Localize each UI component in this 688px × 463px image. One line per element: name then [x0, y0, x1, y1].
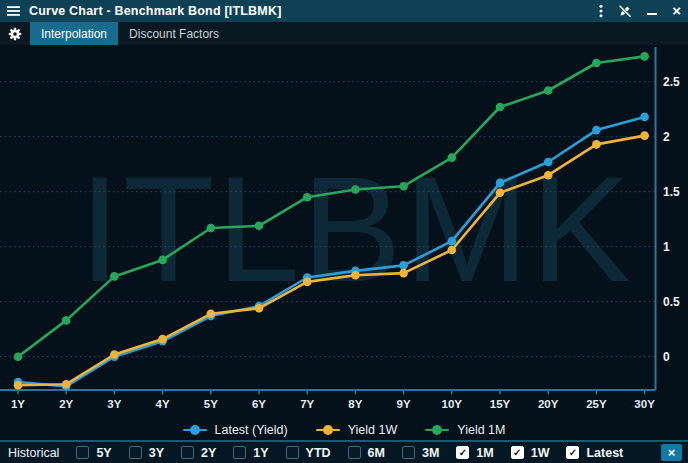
checkbox-unchecked-icon[interactable]: [286, 446, 299, 459]
data-point-yield-1m[interactable]: [303, 193, 312, 202]
window-title: Curve Chart - Benchmark Bond [ITLBMK]: [29, 4, 282, 18]
minimize-icon[interactable]: [647, 3, 657, 19]
data-point-yield-1w[interactable]: [399, 269, 408, 278]
minus-glyph: [647, 13, 657, 16]
data-point-latest-yield[interactable]: [544, 158, 553, 167]
checkbox-label: 1M: [476, 446, 493, 460]
pencil-slash-glyph: [618, 4, 632, 18]
checkbox-label: 6M: [368, 446, 385, 460]
checkbox-unchecked-icon[interactable]: [402, 446, 415, 459]
data-point-yield-1w[interactable]: [207, 310, 216, 319]
tab-discount-factors[interactable]: Discount Factors: [118, 22, 230, 45]
data-point-latest-yield[interactable]: [592, 126, 601, 135]
watermark-text: ITLBMK: [79, 145, 633, 313]
yield-curve-chart: ITLBMK00.511.522.51Y2Y3Y4Y5Y6Y7Y8Y9Y10Y1…: [0, 45, 688, 420]
close-panel-button[interactable]: ×: [661, 444, 682, 461]
legend-item[interactable]: Yield 1W: [316, 423, 398, 437]
data-point-yield-1m[interactable]: [496, 103, 505, 112]
y-axis-label: 0.5: [663, 295, 680, 309]
data-point-yield-1m[interactable]: [207, 224, 216, 233]
chart-legend: Latest (Yield)Yield 1WYield 1M: [0, 420, 688, 440]
data-point-yield-1w[interactable]: [303, 278, 312, 287]
gear-glyph: [8, 27, 22, 41]
x-axis-label: 2Y: [59, 398, 73, 410]
checkbox-label: Latest: [586, 446, 623, 460]
data-point-yield-1w[interactable]: [110, 350, 119, 359]
checkbox-checked-icon[interactable]: ✓: [566, 446, 579, 459]
checkbox-2y[interactable]: 2Y: [181, 446, 216, 460]
x-axis-label: 10Y: [442, 398, 463, 410]
legend-item[interactable]: Yield 1M: [425, 423, 505, 437]
checkbox-1w[interactable]: ✓1W: [511, 446, 550, 460]
checkbox-checked-icon[interactable]: ✓: [511, 446, 524, 459]
data-point-latest-yield[interactable]: [399, 261, 408, 270]
checkbox-label: 3Y: [149, 446, 164, 460]
x-axis-label: 9Y: [397, 398, 411, 410]
close-icon[interactable]: ×: [672, 3, 681, 19]
x-axis-label: 30Y: [634, 398, 655, 410]
x-axis-label: 5Y: [204, 398, 218, 410]
titlebar-actions: ×: [599, 3, 681, 19]
checkbox-label: 1Y: [253, 446, 268, 460]
y-axis-label: 2.5: [663, 75, 680, 89]
checkbox-6m[interactable]: 6M: [348, 446, 385, 460]
data-point-yield-1m[interactable]: [110, 272, 119, 281]
data-point-yield-1m[interactable]: [640, 52, 649, 61]
legend-item[interactable]: Latest (Yield): [183, 423, 288, 437]
data-point-yield-1m[interactable]: [351, 185, 360, 194]
legend-label: Latest (Yield): [215, 423, 288, 437]
legend-marker-icon: [183, 425, 207, 435]
data-point-yield-1m[interactable]: [399, 182, 408, 191]
data-point-yield-1m[interactable]: [255, 222, 264, 231]
x-axis-label: 3Y: [107, 398, 121, 410]
data-point-yield-1w[interactable]: [640, 131, 649, 140]
data-point-yield-1m[interactable]: [544, 86, 553, 95]
checkbox-unchecked-icon[interactable]: [76, 446, 89, 459]
data-point-yield-1w[interactable]: [592, 140, 601, 149]
hamburger-glyph: [7, 5, 20, 17]
hamburger-menu-icon[interactable]: [7, 3, 20, 19]
data-point-yield-1m[interactable]: [62, 316, 71, 325]
kebab-menu-icon[interactable]: [599, 3, 603, 19]
historical-label: Historical: [8, 446, 59, 460]
data-point-yield-1w[interactable]: [351, 271, 360, 280]
checkbox-3y[interactable]: 3Y: [129, 446, 164, 460]
data-point-yield-1m[interactable]: [158, 256, 167, 265]
data-point-yield-1w[interactable]: [544, 171, 553, 180]
data-point-yield-1w[interactable]: [448, 246, 457, 255]
data-point-latest-yield[interactable]: [448, 237, 457, 246]
checkbox-1y[interactable]: 1Y: [233, 446, 268, 460]
checkbox-unchecked-icon[interactable]: [348, 446, 361, 459]
data-point-yield-1w[interactable]: [14, 381, 23, 390]
data-point-yield-1w[interactable]: [62, 380, 71, 389]
checkbox-ytd[interactable]: YTD: [286, 446, 331, 460]
data-point-latest-yield[interactable]: [496, 179, 505, 188]
x-axis-label: 1Y: [11, 398, 25, 410]
tab-bar: Interpolation Discount Factors: [0, 22, 688, 45]
tab-interpolation[interactable]: Interpolation: [30, 22, 118, 45]
chart-area: ITLBMK00.511.522.51Y2Y3Y4Y5Y6Y7Y8Y9Y10Y1…: [0, 45, 688, 420]
legend-marker-icon: [316, 425, 340, 435]
checkbox-unchecked-icon[interactable]: [233, 446, 246, 459]
checkbox-3m[interactable]: 3M: [402, 446, 439, 460]
data-point-yield-1m[interactable]: [14, 352, 23, 361]
checkbox-unchecked-icon[interactable]: [181, 446, 194, 459]
x-axis-label: 25Y: [586, 398, 607, 410]
checkbox-1m[interactable]: ✓1M: [456, 446, 493, 460]
data-point-yield-1w[interactable]: [158, 335, 167, 344]
checkbox-5y[interactable]: 5Y: [76, 446, 111, 460]
checkbox-checked-icon[interactable]: ✓: [456, 446, 469, 459]
checkbox-label: 1W: [531, 446, 550, 460]
checkbox-unchecked-icon[interactable]: [129, 446, 142, 459]
settings-gear-icon[interactable]: [0, 22, 30, 45]
data-point-yield-1w[interactable]: [496, 189, 505, 198]
historical-bar: Historical 5Y3Y2Y1YYTD6M3M✓1M✓1W✓Latest …: [0, 440, 688, 463]
data-point-latest-yield[interactable]: [640, 113, 649, 122]
data-point-yield-1m[interactable]: [448, 153, 457, 162]
y-axis-label: 2: [663, 130, 670, 144]
no-edit-icon[interactable]: [618, 3, 632, 19]
data-point-yield-1w[interactable]: [255, 304, 264, 313]
checkbox-latest[interactable]: ✓Latest: [566, 446, 623, 460]
x-axis-label: 4Y: [156, 398, 170, 410]
data-point-yield-1m[interactable]: [592, 59, 601, 68]
